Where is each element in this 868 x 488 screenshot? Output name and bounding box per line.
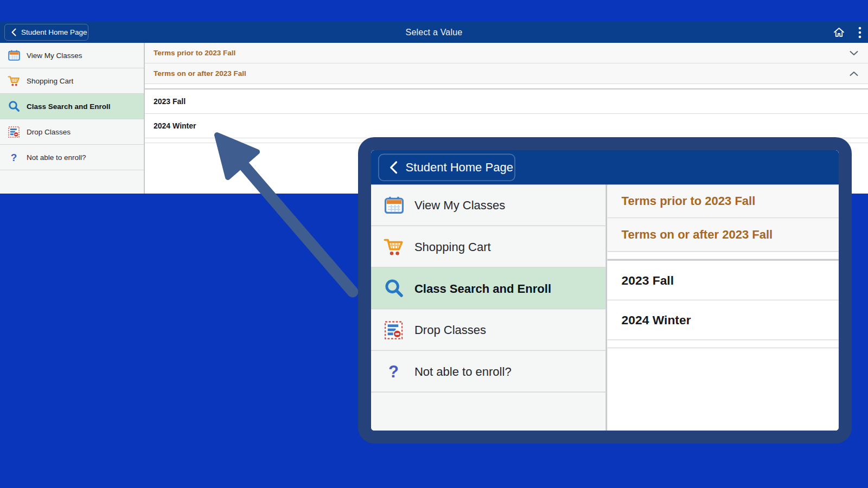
sidebar-item-label: Class Search and Enroll (414, 281, 551, 294)
back-chevron-icon (11, 28, 16, 36)
search-icon (7, 100, 21, 112)
back-chevron-icon (390, 161, 398, 174)
term-label: 2024 Winter (154, 121, 196, 130)
sidebar-item-drop-classes[interactable]: Drop Classes (371, 310, 605, 351)
shopping-cart-icon (7, 75, 21, 87)
header-actions (833, 22, 861, 43)
row-spacer (145, 84, 868, 89)
term-row-2023-fall[interactable]: 2023 Fall (607, 261, 839, 300)
page-title: Select a Value (0, 22, 868, 43)
row-spacer (607, 341, 839, 349)
sidebar-item-class-search-and-enroll[interactable]: Class Search and Enroll (371, 268, 605, 310)
sidebar-item-label: Shopping Cart (414, 240, 491, 253)
sidebar-item-class-search-and-enroll[interactable]: Class Search and Enroll (0, 94, 144, 119)
sidebar-item-shopping-cart[interactable]: Shopping Cart (371, 226, 605, 268)
term-group-prior[interactable]: Terms prior to 2023 Fall (607, 185, 839, 219)
term-group-label: Terms prior to 2023 Fall (622, 195, 756, 208)
back-button[interactable]: Student Home Page (378, 154, 515, 182)
sidebar-filler (371, 393, 605, 431)
sidebar-item-view-my-classes[interactable]: View My Classes (371, 185, 605, 227)
kebab-menu-icon[interactable] (858, 27, 861, 38)
term-row-2024-winter[interactable]: 2024 Winter (607, 300, 839, 340)
chevron-up-icon[interactable] (850, 71, 858, 76)
sidebar-item-shopping-cart[interactable]: Shopping Cart (0, 68, 144, 94)
sidebar-item-label: View My Classes (414, 198, 505, 211)
question-mark-icon: ? (382, 363, 405, 380)
term-group-label: Terms on or after 2023 Fall (154, 69, 246, 78)
sidebar-item-not-able-to-enroll[interactable]: ? Not able to enroll? (371, 351, 605, 393)
term-group-label: Terms prior to 2023 Fall (154, 49, 235, 57)
term-label: 2023 Fall (154, 97, 186, 106)
sidebar-item-label: Class Search and Enroll (27, 102, 111, 111)
back-button-label: Student Home Page (406, 161, 513, 174)
sidebar-item-label: View My Classes (27, 52, 82, 60)
term-group-prior[interactable]: Terms prior to 2023 Fall (145, 43, 868, 63)
term-label: 2023 Fall (622, 273, 674, 287)
term-list: Terms prior to 2023 Fall Terms on or aft… (607, 185, 839, 431)
sidebar-item-label: Shopping Cart (27, 77, 73, 85)
term-group-on-or-after[interactable]: Terms on or after 2023 Fall (145, 63, 868, 84)
app-header: Student Home Page Select a Value (0, 22, 868, 43)
sidebar-item-label: Not able to enroll? (414, 365, 512, 378)
calendar-icon (7, 50, 21, 61)
back-button-label: Student Home Page (21, 28, 87, 36)
magnifier-viewport: Student Home Page Select a Value (371, 150, 839, 431)
row-spacer (607, 252, 839, 261)
app-screenshot: Student Home Page Select a Value (371, 150, 839, 431)
calendar-icon (382, 196, 405, 214)
sidebar: View My Classes Sh (0, 43, 145, 194)
term-row-2023-fall[interactable]: 2023 Fall (145, 89, 868, 114)
app-header: Student Home Page Select a Value (371, 150, 839, 185)
magnifier-inset: Student Home Page Select a Value (358, 137, 852, 444)
term-group-label: Terms on or after 2023 Fall (622, 228, 773, 241)
sidebar-item-not-able-to-enroll[interactable]: ? Not able to enroll? (0, 145, 144, 170)
search-icon (382, 278, 405, 298)
term-row-2024-winter[interactable]: 2024 Winter (145, 114, 868, 138)
sidebar: View My Classes Sh (371, 185, 607, 431)
back-button[interactable]: Student Home Page (4, 24, 88, 41)
chevron-down-icon[interactable] (850, 50, 858, 55)
question-mark-icon: ? (7, 152, 21, 163)
app-body: View My Classes Sh (371, 185, 839, 431)
sidebar-item-drop-classes[interactable]: Drop Classes (0, 119, 144, 145)
drop-classes-icon (382, 320, 405, 339)
sidebar-item-label: Not able to enroll? (27, 153, 86, 162)
sidebar-item-label: Drop Classes (414, 323, 486, 336)
term-group-on-or-after[interactable]: Terms on or after 2023 Fall (607, 219, 839, 252)
sidebar-item-view-my-classes[interactable]: View My Classes (0, 43, 144, 68)
term-label: 2024 Winter (622, 313, 691, 327)
drop-classes-icon (7, 126, 21, 138)
sidebar-item-label: Drop Classes (27, 128, 71, 136)
shopping-cart-icon (382, 237, 405, 256)
sidebar-filler (0, 170, 144, 194)
home-icon[interactable] (833, 27, 845, 38)
